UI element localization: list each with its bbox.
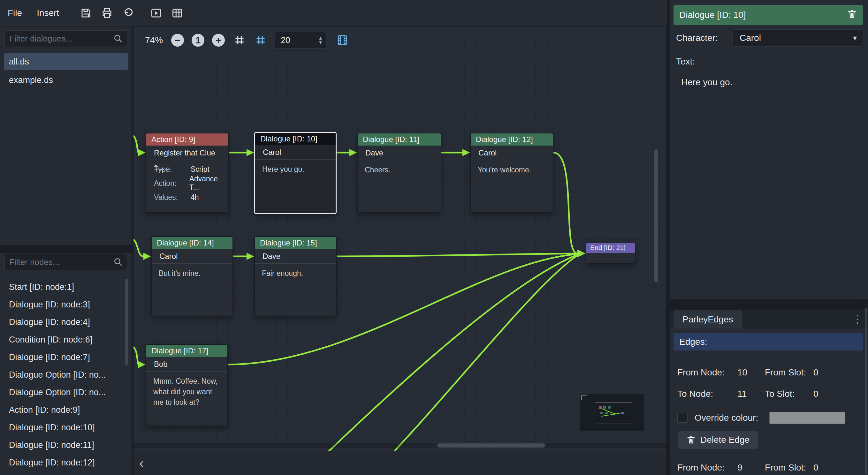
- tab-parley-edges[interactable]: ParleyEdges: [674, 310, 742, 328]
- menu-insert[interactable]: Insert: [34, 8, 62, 18]
- graph-node-action-9[interactable]: Action [ID: 9] Register that Clue 1... T…: [146, 133, 229, 213]
- trash-icon[interactable]: [847, 9, 857, 21]
- node-character: Carol: [471, 146, 553, 160]
- panel-splitter[interactable]: [670, 299, 868, 310]
- search-icon: [113, 34, 123, 43]
- from-slot-value: 0: [813, 463, 833, 473]
- override-colour-checkbox[interactable]: [677, 413, 688, 423]
- dialogue-file-item[interactable]: all.ds: [4, 53, 128, 70]
- node-title[interactable]: Dialogue [ID: 17]: [146, 345, 227, 357]
- graph-canvas[interactable]: 74% − 1 + ▲ ▼ Action [ID: 9]: [133, 27, 666, 451]
- node-list-item[interactable]: Dialogue [ID: node:11]: [0, 437, 131, 453]
- node-list-item[interactable]: Dialogue [ID: node:7]: [0, 349, 131, 366]
- kebab-menu-icon[interactable]: ⋮: [852, 314, 863, 324]
- character-value: Carol: [740, 33, 761, 43]
- menubar: File Insert: [0, 0, 667, 27]
- node-character: Carol: [255, 145, 336, 160]
- undo-icon[interactable]: [121, 6, 135, 20]
- graph-node-end-21[interactable]: End [ID: 21]: [586, 242, 636, 264]
- run-dialogue-icon[interactable]: [149, 6, 163, 20]
- node-list-item[interactable]: Dialogue [ID: node:10]: [0, 419, 131, 436]
- nodes-filter[interactable]: [4, 254, 127, 271]
- zoom-in-icon[interactable]: +: [212, 34, 225, 46]
- action-type-value: Script: [191, 165, 210, 173]
- from-node-label: From Node:: [677, 463, 737, 473]
- grid-toggle-icon[interactable]: [232, 33, 247, 47]
- canvas-hscroll-thumb[interactable]: [437, 443, 545, 448]
- inspector-panel: Dialogue [ID: 10] Character: Carol ▾ Tex…: [670, 0, 868, 475]
- sidebar-splitter[interactable]: [0, 245, 131, 253]
- to-node-label: To Node:: [677, 389, 737, 399]
- inspector-scrollbar[interactable]: [865, 308, 867, 474]
- snap-step-input[interactable]: [281, 35, 318, 45]
- save-icon[interactable]: [79, 6, 93, 20]
- print-icon[interactable]: [100, 6, 114, 20]
- menu-file[interactable]: File: [4, 8, 25, 18]
- spin-down-icon[interactable]: ▼: [318, 40, 323, 45]
- zoom-reset-icon[interactable]: 1: [192, 34, 205, 46]
- node-character: Bob: [146, 357, 227, 372]
- node-title[interactable]: Dialogue [ID: 12]: [471, 133, 553, 146]
- nodes-filter-input[interactable]: [9, 257, 113, 267]
- minimap[interactable]: [580, 394, 644, 431]
- left-sidebar: all.ds example.ds Start [ID: node:1] Dia…: [0, 27, 131, 475]
- node-list-item[interactable]: Start [ID: node:1]: [0, 279, 131, 295]
- to-slot-label: To Slot:: [765, 389, 813, 399]
- node-title[interactable]: Dialogue [ID: 11]: [358, 133, 441, 146]
- node-text: Cheers.: [358, 160, 441, 180]
- node-character: Dave: [255, 249, 336, 264]
- graph-node-dialogue-15[interactable]: Dialogue [ID: 15] Dave Fair enough.: [254, 236, 337, 316]
- from-slot-label: From Slot:: [765, 463, 813, 473]
- parley-dialogue-editor: File Insert all.ds example.ds St: [0, 0, 868, 475]
- node-character: Dave: [358, 146, 441, 160]
- delete-edge-button[interactable]: Delete Edge: [678, 431, 758, 449]
- graph-node-dialogue-12[interactable]: Dialogue [ID: 12] Carol You're welcome.: [470, 133, 553, 213]
- node-list-scrollbar[interactable]: [125, 279, 128, 366]
- insert-grid-icon[interactable]: [170, 6, 184, 20]
- search-icon: [113, 257, 123, 267]
- dialogues-filter[interactable]: [4, 30, 127, 47]
- zoom-out-icon[interactable]: −: [171, 34, 184, 46]
- action-action-label: Action:: [154, 179, 189, 188]
- node-title[interactable]: Action [ID: 9]: [146, 133, 228, 146]
- node-title[interactable]: End [ID: 21]: [586, 243, 635, 253]
- graph-node-dialogue-17[interactable]: Dialogue [ID: 17] Bob Mmm. Coffee. Now, …: [146, 344, 228, 426]
- node-text: Mmm. Coffee. Now, what did you want me t…: [146, 372, 227, 412]
- snap-step-spinbox[interactable]: ▲ ▼: [275, 32, 327, 49]
- node-list-item[interactable]: Dialogue [ID: node:12]: [0, 454, 131, 471]
- character-dropdown[interactable]: Carol ▾: [732, 29, 863, 46]
- colour-swatch[interactable]: [769, 412, 845, 424]
- node-title[interactable]: Dialogue [ID: 14]: [152, 237, 232, 249]
- delete-edge-label: Delete Edge: [700, 435, 749, 445]
- override-colour-label: Override colour:: [694, 413, 758, 423]
- dialogue-text-editor[interactable]: Here you go.: [674, 70, 863, 298]
- node-text: Fair enough.: [255, 264, 336, 283]
- snap-toggle-icon[interactable]: [254, 33, 268, 47]
- node-list-item[interactable]: Condition [ID: node:6]: [0, 331, 131, 348]
- collapse-panel-icon[interactable]: ‹: [133, 456, 144, 470]
- graph-node-dialogue-11[interactable]: Dialogue [ID: 11] Dave Cheers.: [357, 133, 441, 213]
- inspector-title: Dialogue [ID: 10]: [679, 10, 746, 20]
- dialogues-filter-input[interactable]: [9, 34, 113, 44]
- node-list-item[interactable]: Dialogue Option [ID: no...: [0, 367, 131, 383]
- node-list-item[interactable]: Dialogue Option [ID: no...: [0, 384, 131, 401]
- graph-node-dialogue-10[interactable]: Dialogue [ID: 10] Carol Here you go.: [254, 132, 337, 214]
- node-list-item[interactable]: Dialogue [ID: node:4]: [0, 314, 131, 330]
- node-list-item[interactable]: Action [ID: node:9]: [0, 402, 131, 418]
- node-title[interactable]: Dialogue [ID: 15]: [255, 237, 336, 249]
- dialogue-file-item[interactable]: example.ds: [0, 72, 131, 88]
- node-title[interactable]: Dialogue [ID: 10]: [255, 133, 336, 145]
- canvas-vscroll-thumb[interactable]: [654, 149, 658, 282]
- chevron-down-icon: ▾: [853, 33, 857, 42]
- graph-node-dialogue-14[interactable]: Dialogue [ID: 14] Carol But it's mine.: [151, 236, 233, 316]
- node-list-item[interactable]: Dialogue [ID: node:3]: [0, 296, 131, 313]
- edges-tabbar: ParleyEdges: [670, 310, 868, 328]
- text-label: Text:: [676, 54, 695, 70]
- edge-from-row: From Node: 9 From Slot: 0: [677, 459, 860, 475]
- canvas-hscroll-track[interactable]: [133, 443, 666, 448]
- character-label: Character:: [676, 29, 718, 46]
- action-action-value: Advance T...: [189, 175, 228, 192]
- minimap-toggle-icon[interactable]: [335, 33, 349, 47]
- bottom-panel: ‹: [133, 451, 666, 475]
- trash-icon: [686, 435, 696, 445]
